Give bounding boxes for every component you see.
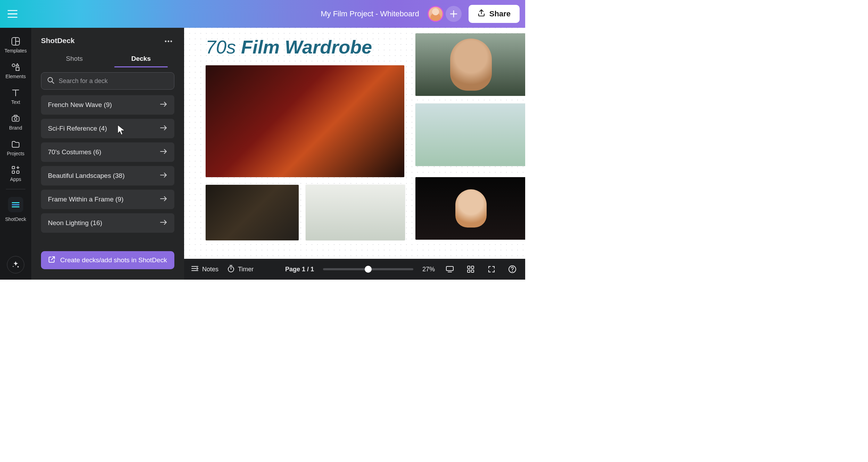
deck-label: 70's Costumes (6) — [48, 148, 101, 156]
panel-title: ShotDeck — [41, 36, 75, 45]
notes-label: Notes — [202, 266, 218, 273]
templates-icon — [11, 37, 20, 46]
rail-label: Projects — [7, 151, 25, 156]
image-thumbnail[interactable] — [415, 33, 525, 96]
elements-icon — [11, 63, 20, 72]
svg-rect-17 — [448, 272, 452, 272]
deck-item[interactable]: Beautiful Landscapes (38) — [41, 166, 174, 185]
svg-point-4 — [14, 118, 17, 120]
share-label: Share — [489, 9, 511, 18]
svg-rect-5 — [14, 115, 17, 117]
rail-apps[interactable]: Apps — [0, 161, 31, 187]
whiteboard-canvas[interactable]: 70s Film Wardrobe — [184, 28, 525, 259]
rail-label: Brand — [9, 125, 22, 131]
canvas-area: 70s Film Wardrobe Notes — [184, 28, 525, 280]
deck-item[interactable]: Sci-Fi Reference (4) — [41, 119, 174, 138]
board-title[interactable]: 70s Film Wardrobe — [206, 36, 372, 58]
svg-point-9 — [17, 266, 19, 267]
add-collaborator-button[interactable] — [446, 6, 462, 22]
image-thumbnail[interactable] — [206, 65, 404, 177]
svg-rect-20 — [468, 270, 470, 272]
svg-rect-16 — [446, 266, 453, 271]
svg-rect-19 — [471, 266, 474, 269]
svg-point-14 — [48, 77, 52, 82]
timer-icon — [228, 265, 234, 274]
top-bar: My Film Project - Whiteboard Share — [0, 0, 525, 28]
text-icon — [11, 88, 20, 97]
rail-label: Text — [11, 99, 20, 105]
timer-button[interactable]: Timer — [228, 265, 254, 274]
arrow-right-icon — [160, 148, 167, 156]
fullscreen-button[interactable] — [486, 263, 497, 275]
deck-item[interactable]: Neon Lighting (16) — [41, 213, 174, 233]
deck-label: Beautiful Landscapes (38) — [48, 172, 125, 180]
bottom-bar: Notes Timer Page 1 / 1 27% — [184, 259, 525, 280]
page-indicator[interactable]: Page 1 / 1 — [285, 266, 314, 273]
create-label: Create decks/add shots in ShotDeck — [60, 256, 167, 264]
grid-view-button[interactable] — [465, 263, 477, 275]
menu-button[interactable] — [6, 7, 19, 21]
avatar[interactable] — [428, 6, 444, 22]
rail-templates[interactable]: Templates — [0, 33, 31, 58]
svg-rect-8 — [17, 171, 19, 173]
deck-item[interactable]: French New Wave (9) — [41, 95, 174, 115]
document-title[interactable]: My Film Project - Whiteboard — [321, 9, 419, 18]
svg-rect-2 — [16, 67, 19, 71]
deck-item[interactable]: Frame Within a Frame (9) — [41, 190, 174, 209]
tab-decks[interactable]: Decks — [108, 49, 174, 67]
svg-rect-3 — [12, 116, 19, 121]
svg-point-1 — [12, 64, 15, 67]
timer-label: Timer — [238, 266, 254, 273]
notes-icon — [191, 265, 199, 273]
rail-label: ShotDeck — [5, 216, 26, 222]
rail-shotdeck[interactable]: ShotDeck — [0, 193, 31, 227]
svg-point-23 — [512, 271, 513, 272]
divider — [6, 189, 25, 189]
arrow-right-icon — [160, 125, 167, 132]
folder-icon — [11, 140, 20, 149]
rail-label: Apps — [10, 176, 21, 182]
svg-rect-18 — [468, 266, 470, 269]
external-link-icon — [48, 256, 55, 265]
rail-label: Elements — [6, 74, 26, 79]
title-plain: 70s — [206, 36, 241, 57]
svg-rect-6 — [12, 166, 15, 169]
share-icon — [478, 9, 485, 19]
side-panel: ShotDeck Shots Decks French Ne — [31, 28, 184, 280]
deck-label: French New Wave (9) — [48, 101, 112, 109]
image-thumbnail[interactable] — [306, 185, 405, 240]
deck-label: Sci-Fi Reference (4) — [48, 125, 107, 132]
rail-elements[interactable]: Elements — [0, 58, 31, 84]
create-deck-button[interactable]: Create decks/add shots in ShotDeck — [41, 251, 174, 269]
arrow-right-icon — [160, 196, 167, 203]
zoom-thumb[interactable] — [365, 266, 372, 273]
shotdeck-icon — [8, 197, 23, 212]
rail-label: Templates — [5, 48, 27, 53]
search-icon — [47, 76, 55, 85]
zoom-level[interactable]: 27% — [422, 266, 435, 273]
rail-brand[interactable]: Brand — [0, 110, 31, 135]
panel-more-button[interactable] — [163, 35, 174, 46]
deck-label: Frame Within a Frame (9) — [48, 196, 123, 203]
rail-text[interactable]: Text — [0, 84, 31, 110]
svg-point-10 — [13, 266, 14, 267]
notes-button[interactable]: Notes — [191, 265, 218, 273]
search-input-wrap[interactable] — [41, 72, 174, 90]
search-input[interactable] — [59, 77, 168, 85]
brand-icon — [11, 114, 20, 123]
svg-rect-7 — [12, 171, 15, 173]
image-thumbnail[interactable] — [415, 177, 525, 240]
help-button[interactable] — [506, 263, 518, 275]
left-rail: Templates Elements Text Brand — [0, 28, 31, 280]
magic-button[interactable] — [7, 256, 24, 273]
tab-shots[interactable]: Shots — [41, 49, 108, 67]
image-thumbnail[interactable] — [415, 104, 525, 166]
zoom-slider[interactable] — [323, 268, 413, 270]
svg-point-12 — [168, 41, 170, 42]
image-thumbnail[interactable] — [206, 185, 299, 240]
view-mode-button[interactable] — [444, 263, 456, 275]
panel-tabs: Shots Decks — [31, 49, 184, 67]
deck-item[interactable]: 70's Costumes (6) — [41, 142, 174, 162]
share-button[interactable]: Share — [469, 5, 520, 23]
rail-projects[interactable]: Projects — [0, 135, 31, 161]
